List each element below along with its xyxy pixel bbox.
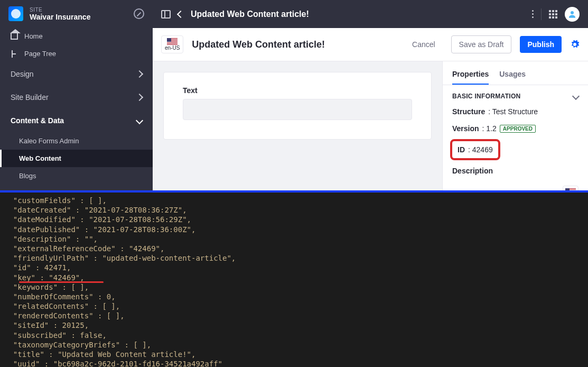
text-input[interactable]	[183, 99, 412, 120]
section-basic-info[interactable]: BASIC INFORMATION	[452, 93, 578, 100]
text-field-label: Text	[183, 86, 412, 95]
nav-home-label: Home	[24, 32, 43, 40]
section-title: BASIC INFORMATION	[452, 93, 521, 100]
terminal-line: "description" : "",	[4, 235, 98, 243]
topbar: Updated Web Content article!	[153, 0, 588, 28]
sidebar-item-label: Blogs	[19, 172, 36, 180]
nav-pagetree[interactable]: Page Tree	[0, 45, 153, 62]
terminal-line: "subscribed" : false,	[4, 331, 107, 340]
us-flag-icon	[167, 38, 178, 45]
sidebar-item-blogs[interactable]: Blogs	[0, 167, 153, 185]
user-icon	[567, 10, 577, 19]
terminal-line: "dateModified" : "2021-07-28T08:56:29Z",	[4, 215, 191, 224]
nav-section-contentdata-label: Content & Data	[11, 116, 64, 125]
more-menu-icon[interactable]	[532, 10, 534, 18]
terminal-line: "renderedContents" : [ ],	[4, 311, 125, 320]
terminal-line: "id" : 42471,	[4, 263, 71, 272]
cancel-button[interactable]: Cancel	[405, 36, 443, 53]
terminal-line: "friendlyUrlPath" : "updated-web-content…	[4, 254, 236, 262]
terminal-line: "numberOfComments" : 0,	[4, 292, 116, 301]
terminal-line: "datePublished" : "2021-07-28T08:36:00Z"…	[4, 225, 195, 234]
site-name: Waivar Insurance	[30, 13, 127, 21]
prop-description: Description	[452, 167, 578, 175]
avatar[interactable]	[565, 7, 580, 22]
nav-section-sitebuilder-label: Site Builder	[11, 93, 49, 102]
sidebar-item-kaleo[interactable]: Kaleo Forms Admin	[0, 132, 153, 150]
terminal-line-highlighted: "key" : "42469",	[4, 273, 85, 282]
page-title: Updated Web Content article!	[191, 10, 525, 19]
save-draft-button[interactable]: Save as Draft	[451, 35, 512, 53]
terminal-line: "title" : "Updated Web Content article!"…	[4, 350, 195, 359]
sidebar-item-webcontent[interactable]: Web Content	[0, 150, 153, 167]
terminal-line: "relatedContents" : [ ],	[4, 302, 120, 310]
properties-panel: Properties Usages BASIC INFORMATION Stru…	[442, 61, 588, 190]
panel-toggle-icon[interactable]	[161, 10, 171, 19]
site-logo	[8, 6, 23, 21]
nav-section-design[interactable]: Design	[0, 62, 153, 86]
nav-section-design-label: Design	[11, 70, 34, 78]
status-badge: APPROVED	[500, 125, 536, 133]
prop-structure: Structure: Test Structure	[452, 107, 578, 116]
locale-badge[interactable]	[563, 186, 578, 190]
tree-icon	[11, 50, 18, 58]
nav-pagetree-label: Page Tree	[24, 50, 56, 58]
nav-section-contentdata[interactable]: Content & Data	[0, 109, 153, 132]
svg-point-0	[571, 11, 574, 14]
divider	[541, 8, 542, 20]
content-title: Updated Web Content article!	[192, 39, 396, 50]
sidebar-item-label: Web Content	[19, 154, 61, 162]
terminal-line: "customFields" : [ ],	[4, 196, 107, 205]
locale-code: en-US	[165, 45, 180, 51]
sidebar-item-label: Kaleo Forms Admin	[19, 137, 79, 145]
chevron-right-icon	[136, 70, 143, 78]
prop-id: ID: 42469	[458, 145, 493, 154]
tab-properties[interactable]: Properties	[452, 70, 489, 85]
content-editor: Text	[153, 61, 442, 190]
terminal-line: "siteId" : 20125,	[4, 321, 89, 329]
nav-home[interactable]: Home	[0, 27, 153, 45]
compass-icon[interactable]	[134, 8, 144, 19]
us-flag-icon	[565, 188, 576, 190]
tab-usages[interactable]: Usages	[499, 70, 526, 85]
chevron-right-icon	[136, 94, 143, 101]
terminal-line: "taxonomyCategoryBriefs" : [ ],	[4, 341, 151, 349]
apps-grid-icon[interactable]	[549, 10, 557, 19]
home-icon	[11, 33, 18, 40]
nav-section-sitebuilder[interactable]: Site Builder	[0, 86, 153, 109]
gear-icon[interactable]	[570, 40, 580, 49]
prop-version: Version: 1.2 APPROVED	[452, 124, 578, 133]
sidebar: SITE Waivar Insurance Home Page Tree Des…	[0, 0, 153, 190]
id-highlight: ID: 42469	[450, 139, 500, 160]
site-label: SITE	[30, 7, 127, 13]
terminal-line: "externalReferenceCode" : "42469",	[4, 244, 164, 253]
terminal-output[interactable]: "customFields" : [ ], "dateCreated" : "2…	[0, 192, 588, 367]
terminal-line: "dateCreated" : "2021-07-28T08:36:27Z",	[4, 206, 187, 214]
terminal-line: "uuid" : "bc698a2c-962d-2101-fd16-34521a…	[4, 360, 222, 367]
chevron-down-icon	[572, 93, 580, 100]
terminal-line: "keywords" : [ ],	[4, 283, 89, 291]
chevron-down-icon	[136, 117, 143, 124]
back-button[interactable]	[177, 10, 184, 17]
action-bar: en-US Updated Web Content article! Cance…	[153, 28, 588, 61]
site-header[interactable]: SITE Waivar Insurance	[0, 0, 153, 27]
publish-button[interactable]: Publish	[520, 36, 562, 53]
form-card: Text	[163, 72, 432, 140]
locale-selector[interactable]: en-US	[161, 35, 183, 53]
